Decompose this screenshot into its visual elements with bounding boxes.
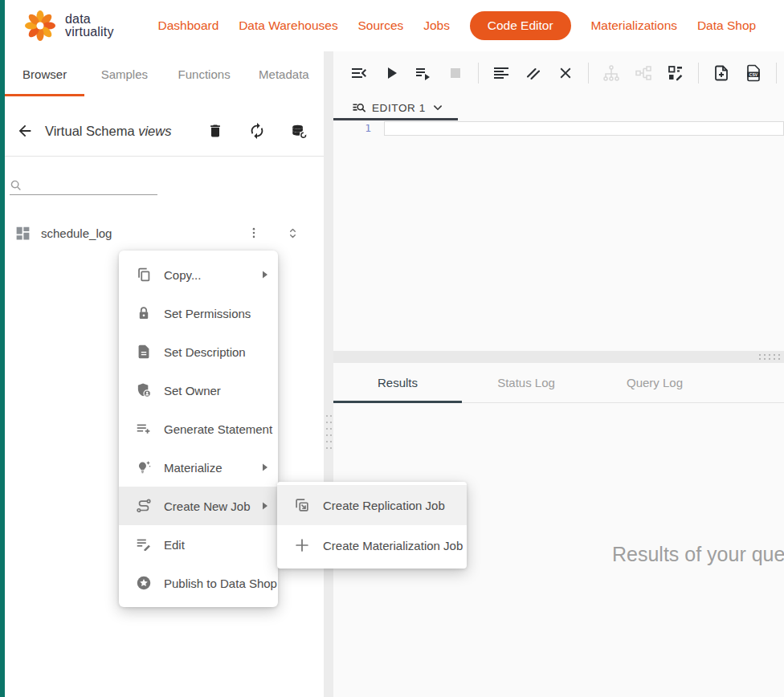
menu-item-set-description[interactable]: Set Description: [119, 332, 278, 371]
results-tabs: Results Status Log Query Log: [333, 363, 784, 403]
results-resize-bar[interactable]: [333, 351, 784, 363]
new-file-icon[interactable]: [712, 63, 731, 83]
clear-icon[interactable]: [556, 63, 575, 83]
chevron-down-icon[interactable]: [431, 100, 445, 115]
editor-panel: CSV: [333, 51, 784, 697]
menu-open-icon[interactable]: [349, 63, 369, 83]
plus-icon: [293, 536, 311, 554]
nav-sources[interactable]: Sources: [357, 18, 403, 33]
manage-search-icon: [351, 100, 367, 116]
delete-icon[interactable]: [205, 120, 226, 141]
editor-toolbar: CSV: [333, 51, 784, 95]
create-new-job-submenu: Create Replication Job Create Materializ…: [277, 482, 467, 569]
query-plan-edit-icon[interactable]: [666, 63, 685, 83]
unfold-more-icon[interactable]: [282, 222, 303, 243]
menu-item-create-new-job[interactable]: Create New Job: [119, 487, 278, 525]
edit-note-icon: [135, 536, 153, 553]
menu-item-edit[interactable]: Edit: [119, 525, 278, 564]
line-number: 1: [333, 121, 384, 136]
playlist-add-icon: [135, 420, 153, 438]
top-navigation: datavirtuality Dashboard Data Warehouses…: [5, 0, 784, 51]
nav-data-warehouses[interactable]: Data Warehouses: [239, 18, 338, 33]
divider-drag-handle-icon[interactable]: [326, 415, 332, 449]
code-editor-area[interactable]: 1: [333, 120, 784, 351]
refresh-icon[interactable]: [247, 120, 267, 141]
tab-samples[interactable]: Samples: [84, 51, 164, 96]
main-nav: Dashboard Data Warehouses Sources Jobs C…: [114, 11, 784, 40]
menu-item-create-replication-job[interactable]: Create Replication Job: [277, 485, 467, 525]
format-sql-icon[interactable]: [492, 63, 511, 83]
export-csv-icon[interactable]: CSV: [744, 63, 763, 83]
toolbar-separator: [698, 63, 699, 84]
results-placeholder-text: Results of your querie: [612, 543, 784, 566]
owner-shield-icon: [135, 381, 153, 399]
search-icon: [10, 179, 22, 192]
back-button[interactable]: [14, 120, 35, 141]
stop-icon: [446, 63, 465, 83]
editor-tab-label: EDITOR 1: [372, 102, 426, 114]
run-icon[interactable]: [382, 63, 401, 83]
context-menu: Copy... Set Permissions: [119, 251, 278, 607]
brand-logo[interactable]: datavirtuality: [22, 8, 114, 43]
editor-tabs: EDITOR 1: [333, 95, 784, 120]
lineage-icon: [634, 63, 653, 83]
menu-item-publish-to-data-shop[interactable]: Publish to Data Shop: [119, 564, 278, 602]
search-box: [10, 179, 157, 195]
resize-drag-handle-icon[interactable]: [759, 354, 780, 360]
nav-data-shop[interactable]: Data Shop: [697, 18, 756, 33]
tab-query-log[interactable]: Query Log: [590, 363, 719, 402]
tab-results[interactable]: Results: [333, 363, 462, 402]
starburst-logo-icon: [22, 8, 58, 43]
nav-dashboard[interactable]: Dashboard: [158, 18, 219, 33]
job-route-icon: [135, 497, 153, 515]
star-circle-icon: [135, 574, 153, 592]
toolbar-separator: [588, 63, 589, 84]
menu-item-create-materialization-job[interactable]: Create Materialization Job: [277, 525, 467, 565]
editor-line-1: 1: [333, 121, 784, 136]
menu-item-copy[interactable]: Copy...: [119, 255, 278, 294]
svg-text:CSV: CSV: [749, 72, 758, 77]
tree-item-label: schedule_log: [41, 226, 112, 240]
tab-editor-1[interactable]: EDITOR 1: [333, 95, 456, 120]
dashboard-icon: [14, 225, 31, 242]
nav-materializations[interactable]: Materializations: [590, 18, 677, 33]
nav-jobs[interactable]: Jobs: [423, 18, 450, 33]
lightbulb-sparkle-icon: [135, 459, 153, 476]
dependencies-icon: [602, 63, 621, 83]
menu-item-set-owner[interactable]: Set Owner: [119, 371, 278, 410]
browser-panel-tabs: Browser Samples Functions Metadata: [5, 51, 324, 96]
page-title: Virtual Schema views: [45, 124, 171, 139]
refresh-metadata-icon[interactable]: [288, 120, 309, 141]
toolbar-separator: [776, 63, 777, 84]
menu-item-materialize[interactable]: Materialize: [119, 448, 278, 487]
lock-icon: [135, 304, 153, 322]
description-icon: [135, 343, 153, 361]
submenu-arrow-icon: [262, 463, 268, 471]
tab-browser[interactable]: Browser: [5, 51, 84, 96]
tree-item-schedule-log[interactable]: schedule_log: [5, 214, 324, 251]
menu-item-set-permissions[interactable]: Set Permissions: [119, 294, 278, 332]
tab-functions[interactable]: Functions: [165, 51, 244, 96]
editor-active-line[interactable]: [384, 121, 784, 136]
app-window: datavirtuality Dashboard Data Warehouses…: [0, 0, 784, 697]
search-input[interactable]: [27, 179, 173, 192]
replication-icon: [293, 496, 311, 514]
link-off-icon[interactable]: [524, 63, 543, 83]
tab-metadata[interactable]: Metadata: [244, 51, 324, 96]
schema-header: Virtual Schema views: [5, 112, 324, 149]
run-script-icon[interactable]: [414, 63, 433, 83]
header-divider: [5, 156, 324, 157]
kebab-menu-icon[interactable]: [243, 222, 264, 243]
menu-item-generate-statement[interactable]: Generate Statement: [119, 410, 278, 448]
submenu-arrow-icon: [262, 502, 268, 510]
panel-divider[interactable]: [324, 51, 333, 697]
copy-icon: [135, 266, 153, 283]
brand-name: datavirtuality: [65, 13, 114, 39]
nav-code-editor[interactable]: Code Editor: [470, 11, 571, 40]
tab-status-log[interactable]: Status Log: [462, 363, 590, 402]
submenu-arrow-icon: [262, 271, 268, 279]
toolbar-separator: [478, 63, 479, 84]
